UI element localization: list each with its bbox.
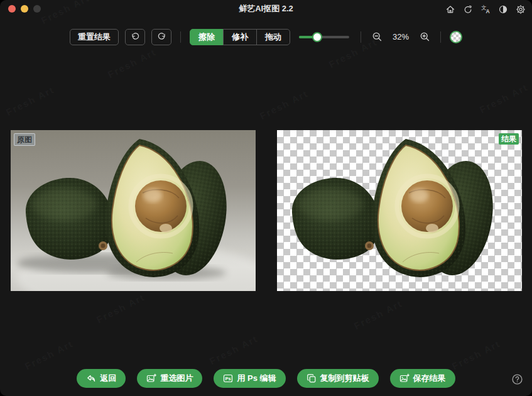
redo-icon — [157, 32, 166, 41]
contrast-icon[interactable] — [497, 4, 508, 14]
result-image-panel[interactable]: 结果 — [277, 130, 522, 291]
watermark-text: Fresh Art — [450, 338, 502, 371]
tool-erase[interactable]: 擦除 — [190, 29, 224, 45]
svg-text:A: A — [486, 8, 489, 14]
image-save-icon — [399, 373, 410, 383]
save-result-button[interactable]: 保存结果 — [390, 369, 455, 388]
back-label: 返回 — [100, 373, 116, 384]
edit-ps-label: 用 Ps 编辑 — [237, 373, 276, 384]
zoom-out-button[interactable] — [370, 30, 384, 44]
svg-text:Ps: Ps — [225, 376, 231, 382]
help-button[interactable] — [511, 373, 523, 385]
copy-label: 复制到剪贴板 — [320, 373, 369, 384]
image-plus-icon — [146, 373, 156, 383]
settings-icon[interactable] — [515, 4, 526, 14]
watermark-text: Fresh Art — [106, 47, 158, 80]
toolbar-divider — [440, 31, 441, 43]
watermark-text: Fresh Art — [95, 292, 147, 325]
toolbar-divider — [180, 31, 181, 43]
app-window: Fresh Art Fresh Art Fresh Art Fresh Art … — [0, 0, 532, 396]
copy-to-clipboard-button[interactable]: 复制到剪贴板 — [297, 369, 379, 388]
edit-with-ps-button[interactable]: Ps 用 Ps 编辑 — [214, 369, 285, 388]
reset-result-button[interactable]: 重置结果 — [70, 29, 119, 45]
undo-icon — [131, 32, 140, 41]
toolbar-divider — [361, 31, 361, 43]
original-image-panel[interactable]: 原图 — [11, 130, 256, 291]
slider-thumb[interactable] — [312, 32, 322, 42]
watermark-text: Fresh Art — [258, 88, 310, 121]
brush-size-slider[interactable] — [299, 32, 349, 42]
back-button[interactable]: 返回 — [77, 369, 126, 388]
reselect-image-button[interactable]: 重选图片 — [137, 369, 202, 388]
titlebar: 鲜艺AI抠图 2.2 文 A — [0, 0, 532, 18]
original-badge: 原图 — [14, 133, 35, 146]
footer-actions: 返回 重选图片 Ps 用 Ps 编辑 复制到剪贴板 — [0, 369, 532, 388]
ps-icon: Ps — [223, 373, 233, 383]
zoom-out-icon — [372, 31, 383, 42]
zoom-in-button[interactable] — [418, 30, 432, 44]
result-cutout — [277, 130, 522, 291]
tool-segments: 擦除 修补 拖动 — [190, 29, 290, 45]
watermark-text: Fresh Art — [23, 338, 75, 371]
zoom-in-icon — [420, 31, 430, 42]
help-icon — [511, 373, 523, 385]
history-icon[interactable] — [462, 4, 473, 14]
copy-icon — [307, 373, 317, 383]
save-label: 保存结果 — [413, 373, 446, 384]
watermark-text: Fresh Art — [478, 82, 530, 115]
zoom-level: 32% — [390, 32, 411, 41]
watermark-text: Fresh Art — [4, 84, 57, 118]
home-icon[interactable] — [445, 4, 455, 14]
original-photo — [11, 130, 256, 291]
result-badge: 结果 — [499, 133, 519, 145]
toolbar: 重置结果 擦除 修补 拖动 32% — [0, 28, 532, 45]
background-toggle-button[interactable] — [450, 31, 462, 43]
translate-icon[interactable]: 文 A — [480, 4, 491, 14]
reselect-label: 重选图片 — [160, 373, 193, 384]
watermark-text: Fresh Art — [352, 298, 404, 331]
back-arrow-icon — [86, 373, 96, 383]
tool-drag[interactable]: 拖动 — [256, 29, 290, 45]
tool-repair[interactable]: 修补 — [223, 29, 257, 45]
undo-button[interactable] — [125, 29, 145, 45]
watermark-text: Fresh Art — [208, 333, 260, 366]
redo-button[interactable] — [151, 29, 171, 45]
